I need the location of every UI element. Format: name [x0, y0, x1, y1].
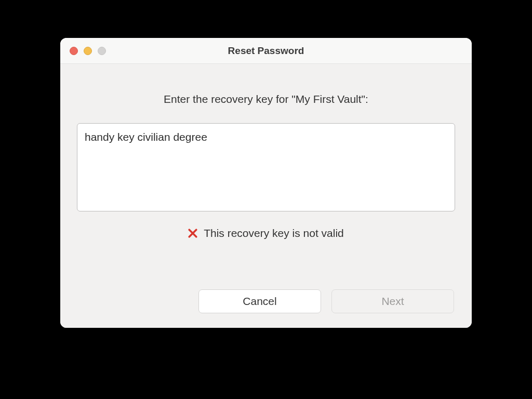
- dialog-content: Enter the recovery key for "My First Vau…: [60, 64, 472, 328]
- spacer: [77, 240, 455, 289]
- validation-message-text: This recovery key is not valid: [204, 227, 344, 240]
- maximize-window-button: [98, 47, 106, 55]
- titlebar: Reset Password: [60, 38, 472, 64]
- minimize-window-button[interactable]: [84, 47, 92, 55]
- cancel-button[interactable]: Cancel: [198, 289, 321, 313]
- window-title: Reset Password: [60, 45, 472, 57]
- recovery-key-input[interactable]: [77, 123, 455, 211]
- next-button: Next: [331, 289, 454, 313]
- prompt-label: Enter the recovery key for "My First Vau…: [77, 93, 455, 105]
- validation-message-row: This recovery key is not valid: [77, 227, 455, 240]
- traffic-lights: [70, 47, 106, 55]
- error-x-icon: [188, 229, 197, 238]
- close-window-button[interactable]: [70, 47, 78, 55]
- button-row: Cancel Next: [77, 289, 455, 315]
- reset-password-window: Reset Password Enter the recovery key fo…: [60, 38, 472, 328]
